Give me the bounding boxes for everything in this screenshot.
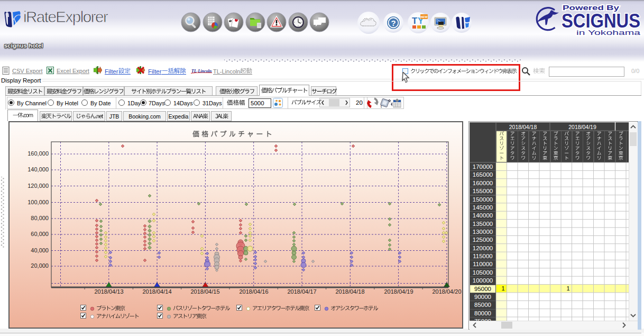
svg-text:SCIGNUS: SCIGNUS	[562, 10, 640, 32]
svg-text:t: t	[381, 105, 382, 108]
svg-text:?: ?	[391, 19, 395, 28]
svg-text:NEW: NEW	[421, 15, 428, 19]
svg-text:in Yokohama: in Yokohama	[576, 29, 640, 37]
svg-text:T: T	[412, 16, 418, 26]
